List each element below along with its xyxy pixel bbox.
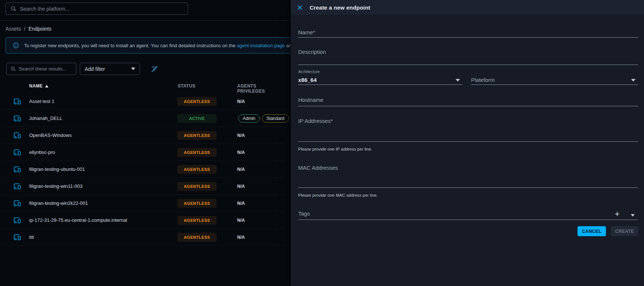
status-badge: AGENTLESS bbox=[177, 182, 217, 191]
admin-chip: Admin bbox=[238, 114, 260, 123]
table-row[interactable]: Johanah_DELL ACTIVE Admin Standard bbox=[0, 110, 284, 127]
chevron-down-icon[interactable] bbox=[631, 79, 636, 82]
search-icon bbox=[10, 66, 16, 72]
table-row[interactable]: OpenBAS-Windows AGENTLESS N/A bbox=[0, 127, 284, 144]
tags-field-label: Tags bbox=[298, 210, 310, 217]
column-header-name[interactable]: NAME bbox=[29, 83, 48, 89]
create-endpoint-drawer: Create a new endpoint Name* Description … bbox=[291, 0, 644, 286]
endpoint-name: Johanah_DELL bbox=[29, 110, 62, 127]
main-content: Assets / Endpoints To register new endpo… bbox=[0, 0, 291, 286]
endpoint-name: filigran-testing-win11-003 bbox=[29, 178, 82, 195]
table-row[interactable]: ellynbsc-pro AGENTLESS N/A bbox=[0, 144, 284, 161]
add-tag-icon[interactable]: + bbox=[615, 210, 620, 218]
status-badge: AGENTLESS bbox=[177, 165, 217, 174]
header-divider bbox=[0, 20, 291, 21]
privileges-value: N/A bbox=[237, 229, 245, 246]
description-field-input[interactable] bbox=[298, 65, 638, 65]
status-badge: AGENTLESS bbox=[177, 216, 217, 225]
privileges-value: N/A bbox=[237, 144, 245, 161]
privileges-value: N/A bbox=[237, 178, 245, 195]
status-badge: ACTIVE bbox=[177, 114, 217, 123]
breadcrumb-separator: / bbox=[24, 26, 25, 32]
status-badge: AGENTLESS bbox=[177, 199, 217, 208]
table-row[interactable]: titi AGENTLESS N/A bbox=[0, 229, 284, 246]
endpoint-device-icon bbox=[13, 233, 21, 242]
drawer-header: Create a new endpoint bbox=[291, 0, 644, 15]
banner-text-1: To register new endpoints, you will need… bbox=[24, 43, 237, 48]
search-icon bbox=[10, 6, 17, 12]
name-field-label: Name* bbox=[298, 29, 315, 35]
results-search-input[interactable] bbox=[19, 66, 72, 72]
chevron-down-icon[interactable] bbox=[456, 79, 460, 82]
standard-chip: Standard bbox=[262, 114, 289, 123]
drawer-title: Create a new endpoint bbox=[310, 4, 370, 11]
ip-addresses-field-input[interactable] bbox=[298, 141, 638, 142]
agent-installation-page-link[interactable]: agent installation page bbox=[237, 43, 285, 48]
close-icon[interactable] bbox=[296, 4, 303, 11]
privileges-value: N/A bbox=[237, 161, 245, 178]
endpoint-name: filigran-testing-ubuntu-001 bbox=[29, 161, 85, 178]
info-icon bbox=[13, 42, 19, 49]
endpoint-device-icon bbox=[13, 199, 21, 208]
endpoint-name: titi bbox=[29, 229, 34, 246]
cancel-button[interactable]: CANCEL bbox=[577, 226, 606, 236]
endpoints-table: Asset test 1 AGENTLESS N/A Johanah_DELL … bbox=[0, 93, 284, 246]
hostname-field-input[interactable] bbox=[298, 106, 638, 106]
breadcrumb: Assets / Endpoints bbox=[6, 26, 51, 32]
create-button[interactable]: CREATE bbox=[611, 226, 638, 236]
privileges-value: N/A bbox=[237, 212, 245, 229]
platform-field-label: Plateform bbox=[471, 77, 495, 83]
add-filter-label: Add filter bbox=[85, 66, 105, 72]
status-badge: AGENTLESS bbox=[177, 233, 217, 242]
status-badge: AGENTLESS bbox=[177, 148, 217, 157]
endpoint-name: OpenBAS-Windows bbox=[29, 127, 72, 144]
architecture-select-value[interactable]: x86_64 bbox=[298, 77, 317, 83]
privileges-chips: Admin Standard bbox=[238, 114, 289, 123]
endpoint-name: ip-172-31-29-75.eu-central-1.compute.int… bbox=[29, 212, 127, 229]
table-row[interactable]: filigran-testing-ubuntu-001 AGENTLESS N/… bbox=[0, 161, 284, 178]
mac-addresses-helper-text: Please provide one MAC address per line. bbox=[298, 193, 378, 197]
name-header-label: NAME bbox=[29, 83, 43, 89]
endpoint-device-icon bbox=[13, 216, 21, 225]
hostname-field-label: Hostname bbox=[298, 97, 323, 103]
architecture-select-underline[interactable] bbox=[298, 85, 463, 85]
platform-search-input[interactable] bbox=[20, 6, 183, 12]
endpoint-device-icon bbox=[13, 131, 21, 140]
chevron-down-icon[interactable] bbox=[631, 214, 635, 217]
table-row[interactable]: filigran-testing-win11-003 AGENTLESS N/A bbox=[0, 178, 284, 195]
breadcrumb-assets[interactable]: Assets bbox=[6, 26, 21, 32]
endpoint-name: ellynbsc-pro bbox=[29, 144, 55, 161]
endpoint-device-icon bbox=[13, 165, 21, 174]
openbas-endpoints-screen: Assets / Endpoints To register new endpo… bbox=[0, 0, 644, 286]
table-header: NAME STATUS AGENTS PRIVILEGES bbox=[0, 82, 284, 92]
table-row[interactable]: Asset test 1 AGENTLESS N/A bbox=[0, 93, 284, 110]
description-field-label: Description bbox=[298, 49, 326, 55]
name-field-input[interactable] bbox=[298, 37, 638, 38]
platform-select-underline[interactable] bbox=[471, 85, 638, 85]
status-badge: AGENTLESS bbox=[177, 97, 217, 106]
clear-filters-icon[interactable] bbox=[150, 65, 159, 73]
endpoint-device-icon bbox=[13, 114, 21, 123]
platform-search-bar[interactable] bbox=[6, 3, 188, 15]
mac-addresses-field-input[interactable] bbox=[298, 187, 638, 188]
table-row[interactable]: filigran-testing-win2k22-001 AGENTLESS N… bbox=[0, 195, 284, 212]
endpoint-device-icon bbox=[13, 182, 21, 191]
column-header-status[interactable]: STATUS bbox=[178, 83, 195, 89]
results-search-bar[interactable] bbox=[6, 63, 76, 75]
privileges-value: N/A bbox=[237, 93, 245, 110]
endpoint-device-icon bbox=[13, 148, 21, 157]
endpoint-device-icon bbox=[13, 97, 21, 106]
status-badge: AGENTLESS bbox=[177, 131, 217, 140]
endpoint-name: filigran-testing-win2k22-001 bbox=[29, 195, 88, 212]
architecture-field-label: Architecture bbox=[298, 69, 320, 74]
privileges-value: N/A bbox=[237, 127, 245, 144]
ip-addresses-field-label: IP Addresses* bbox=[298, 118, 333, 124]
table-row[interactable]: ip-172-31-29-75.eu-central-1.compute.int… bbox=[0, 212, 284, 229]
column-header-privileges[interactable]: AGENTS PRIVILEGES bbox=[237, 83, 284, 94]
breadcrumb-endpoints: Endpoints bbox=[28, 26, 51, 32]
add-filter-select[interactable]: Add filter bbox=[80, 63, 140, 75]
endpoint-name: Asset test 1 bbox=[29, 93, 54, 110]
sort-ascending-icon bbox=[45, 85, 48, 87]
tags-field-input[interactable] bbox=[298, 220, 638, 220]
ip-addresses-helper-text: Please provide one IP address per line. bbox=[298, 147, 372, 151]
